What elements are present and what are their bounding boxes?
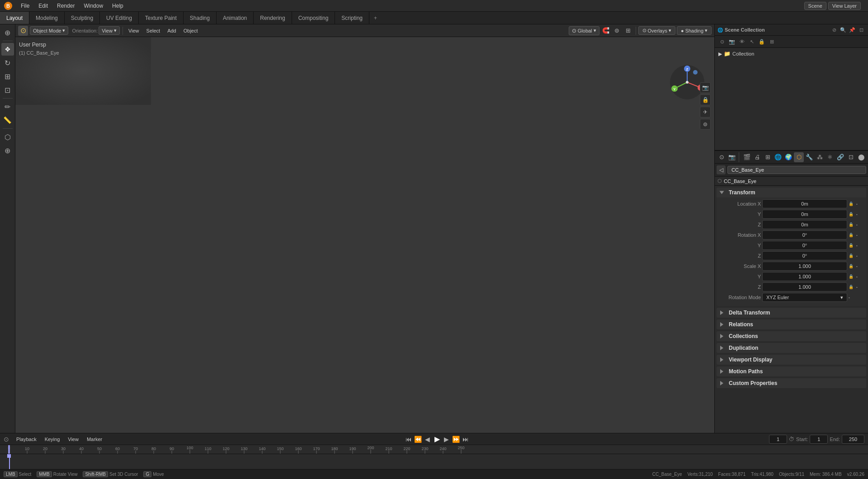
props-tool-scene[interactable]: ⊙ bbox=[717, 152, 726, 162]
proportional-icon[interactable]: ⊚ bbox=[612, 26, 622, 36]
tab-animation[interactable]: Animation bbox=[217, 12, 254, 24]
pivot-dropdown[interactable]: ⊙ Global ▾ bbox=[569, 26, 599, 35]
scale-x-field[interactable]: 1.000 bbox=[762, 262, 847, 271]
prop-tab-constraints[interactable]: 🔗 bbox=[835, 152, 845, 162]
viewport-display-header[interactable]: Viewport Display bbox=[717, 355, 866, 365]
jump-start-btn[interactable]: ⏮ bbox=[404, 435, 413, 444]
props-tool-render[interactable]: 📷 bbox=[727, 152, 737, 162]
prop-tab-output[interactable]: 🖨 bbox=[752, 152, 762, 162]
menu-window[interactable]: Window bbox=[80, 2, 107, 10]
custom-properties-header[interactable]: Custom Properties bbox=[717, 378, 866, 388]
object-mode-dropdown[interactable]: Object Mode ▾ bbox=[30, 26, 68, 35]
fly-mode-btn[interactable]: ✈ bbox=[700, 107, 711, 117]
timeline-playback-menu[interactable]: Playback bbox=[14, 436, 39, 443]
outliner-filter-btn[interactable]: ⊘ bbox=[830, 26, 838, 34]
extrude-icon[interactable]: ⊕ bbox=[1, 144, 14, 157]
rotation-z-dot[interactable]: • bbox=[856, 254, 863, 258]
tab-compositing[interactable]: Compositing bbox=[292, 12, 335, 24]
select-menu[interactable]: Select bbox=[144, 27, 163, 34]
location-z-field[interactable]: 0m bbox=[762, 220, 847, 229]
location-x-lock[interactable]: 🔒 bbox=[849, 202, 855, 206]
current-frame-input[interactable]: 1 bbox=[769, 435, 787, 444]
annotate-icon[interactable]: ✏ bbox=[1, 100, 14, 113]
snap-icon[interactable]: 🧲 bbox=[601, 26, 611, 36]
timeline-marker-menu[interactable]: Marker bbox=[84, 436, 105, 443]
prop-tab-data[interactable]: ⊡ bbox=[846, 152, 856, 162]
relations-header[interactable]: Relations bbox=[717, 319, 866, 329]
prop-tab-world[interactable]: 🌍 bbox=[783, 152, 793, 162]
transform-icon-2[interactable]: ⊞ bbox=[623, 26, 633, 36]
location-y-lock[interactable]: 🔒 bbox=[849, 212, 855, 216]
location-y-dot[interactable]: • bbox=[856, 212, 863, 216]
collections-header[interactable]: Collections bbox=[717, 331, 866, 341]
outliner-icon-scene[interactable]: ⊙ bbox=[717, 37, 726, 46]
rotation-z-field[interactable]: 0° bbox=[762, 251, 847, 260]
outliner-display-btn[interactable]: ⊡ bbox=[857, 26, 865, 34]
outliner-icon-select[interactable]: ↖ bbox=[747, 37, 756, 46]
outliner-icon-hold[interactable]: 🔒 bbox=[757, 37, 766, 46]
orientation-dropdown[interactable]: View ▾ bbox=[99, 26, 120, 35]
prop-back-btn[interactable]: ◁ bbox=[717, 165, 726, 174]
outliner-search-btn[interactable]: 🔍 bbox=[839, 26, 847, 34]
play-btn[interactable]: ▶ bbox=[433, 435, 442, 444]
prop-tab-render[interactable]: 🎬 bbox=[742, 152, 752, 162]
scale-z-dot[interactable]: • bbox=[856, 285, 863, 289]
prop-tab-particles[interactable]: ⁂ bbox=[815, 152, 825, 162]
menu-edit[interactable]: Edit bbox=[35, 2, 52, 10]
scale-x-dot[interactable]: • bbox=[856, 264, 863, 268]
scale-y-field[interactable]: 1.000 bbox=[762, 272, 847, 281]
scene-selector[interactable]: Scene bbox=[804, 2, 826, 10]
rotation-y-field[interactable]: 0° bbox=[762, 241, 847, 250]
outliner-icon-visibility[interactable]: 👁 bbox=[737, 37, 746, 46]
scale-z-lock[interactable]: 🔒 bbox=[849, 285, 855, 289]
motion-paths-header[interactable]: Motion Paths bbox=[717, 366, 866, 376]
move-icon[interactable]: ✥ bbox=[1, 43, 14, 56]
object-name-field[interactable]: CC_Base_Eye bbox=[727, 166, 866, 174]
end-frame-input[interactable]: 250 bbox=[842, 435, 864, 444]
tab-modeling[interactable]: Modeling bbox=[29, 12, 65, 24]
tab-rendering[interactable]: Rendering bbox=[254, 12, 292, 24]
rotation-x-field[interactable]: 0° bbox=[762, 230, 847, 240]
view-layer-selector[interactable]: View Layer bbox=[828, 2, 861, 10]
timeline-view-menu[interactable]: View bbox=[65, 436, 81, 443]
rotate-icon[interactable]: ↻ bbox=[1, 56, 14, 69]
location-z-lock[interactable]: 🔒 bbox=[849, 222, 855, 227]
rotation-z-lock[interactable]: 🔒 bbox=[849, 254, 855, 258]
view-menu[interactable]: View bbox=[126, 27, 142, 34]
step-forward-btn[interactable]: ▶ bbox=[442, 435, 451, 444]
add-menu[interactable]: Add bbox=[165, 27, 179, 34]
transform-section-header[interactable]: Transform bbox=[717, 188, 866, 197]
step-back-btn[interactable]: ◀ bbox=[423, 435, 432, 444]
scale-icon[interactable]: ⊞ bbox=[1, 70, 14, 83]
timeline-ruler[interactable]: 0 10 20 30 40 50 60 70 80 bbox=[0, 445, 868, 454]
rotation-mode-dropdown[interactable]: XYZ Euler ▾ bbox=[762, 293, 847, 302]
prop-tab-scene[interactable]: 🌐 bbox=[773, 152, 783, 162]
menu-help[interactable]: Help bbox=[108, 2, 127, 10]
prop-tab-material[interactable]: ⬤ bbox=[856, 152, 866, 162]
menu-render[interactable]: Render bbox=[53, 2, 78, 10]
rotation-x-dot[interactable]: • bbox=[856, 233, 863, 237]
location-z-dot[interactable]: • bbox=[856, 223, 863, 227]
overlays-toggle[interactable]: ⊙ Overlays ▾ bbox=[638, 26, 675, 35]
outliner-icon-mesh[interactable]: ⊞ bbox=[767, 37, 776, 46]
scale-x-lock[interactable]: 🔒 bbox=[849, 264, 855, 268]
outliner-icon-render[interactable]: 📷 bbox=[727, 37, 736, 46]
object-menu[interactable]: Object bbox=[181, 27, 201, 34]
menu-file[interactable]: File bbox=[17, 2, 33, 10]
rotation-y-dot[interactable]: • bbox=[856, 244, 863, 248]
measure-icon[interactable]: 📏 bbox=[1, 114, 14, 127]
viewport-mode-icon[interactable]: ⊙ bbox=[18, 26, 28, 36]
duplication-header[interactable]: Duplication bbox=[717, 343, 866, 353]
add-primitive-icon[interactable]: ⬡ bbox=[1, 131, 14, 143]
prop-tab-view[interactable]: ⊞ bbox=[763, 152, 773, 162]
cursor-icon[interactable]: ⊕ bbox=[1, 26, 14, 39]
rotation-x-lock[interactable]: 🔒 bbox=[849, 233, 855, 237]
blender-logo[interactable]: B bbox=[4, 1, 13, 10]
tab-sculpting[interactable]: Sculpting bbox=[65, 12, 100, 24]
prop-tab-modifier[interactable]: 🔧 bbox=[804, 152, 814, 162]
shading-toggle[interactable]: ● Shading ▾ bbox=[677, 26, 712, 35]
delta-transform-header[interactable]: Delta Transform bbox=[717, 308, 866, 318]
tab-shading[interactable]: Shading bbox=[184, 12, 217, 24]
prop-tab-physics[interactable]: ⚛ bbox=[825, 152, 835, 162]
viewport-3d[interactable]: R bbox=[15, 37, 714, 433]
